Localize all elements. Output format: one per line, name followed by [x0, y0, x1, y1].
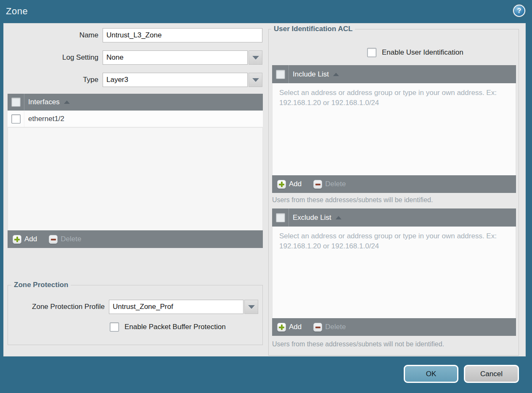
packet-buffer-protection-label: Enable Packet Buffer Protection	[124, 323, 226, 331]
include-select-all-checkbox[interactable]	[276, 70, 285, 79]
interfaces-select-all-checkbox[interactable]	[11, 98, 21, 107]
type-label: Type	[4, 73, 98, 87]
exclude-select-all-cell	[272, 208, 289, 227]
type-value[interactable]: Layer3	[103, 73, 248, 87]
log-setting-dropdown[interactable]: None	[103, 50, 262, 65]
chevron-down-icon	[252, 56, 259, 60]
exclude-list-helper: Users from these addresses/subnets will …	[272, 340, 444, 348]
packet-buffer-protection-checkbox[interactable]	[110, 322, 119, 332]
sort-ascending-icon	[64, 100, 70, 104]
enable-user-identification-label: Enable User Identification	[382, 48, 463, 57]
include-delete-button[interactable]: Delete	[313, 180, 346, 189]
chevron-down-icon	[248, 305, 255, 309]
type-dropdown[interactable]: Layer3	[103, 73, 262, 87]
name-input[interactable]	[103, 28, 262, 42]
cancel-button[interactable]: Cancel	[464, 365, 519, 383]
ethernet-row-checkbox[interactable]	[11, 114, 21, 124]
interfaces-table-header: Interfaces	[8, 94, 263, 111]
interface-name: ethernet1/2	[24, 115, 64, 123]
ok-button[interactable]: OK	[404, 365, 458, 383]
add-icon	[277, 323, 286, 332]
exclude-add-button[interactable]: Add	[277, 323, 302, 332]
include-list-helper: Users from these addresses/subnets will …	[272, 196, 433, 204]
zone-dialog: Name Log Setting None Type Layer3 Interf…	[3, 23, 526, 356]
zone-protection-group: Zone Protection Zone Protection Profile …	[8, 285, 263, 345]
sort-ascending-icon	[333, 73, 339, 76]
include-select-all-cell	[272, 65, 289, 83]
user-identification-acl-legend: User Identification ACL	[271, 25, 355, 33]
exclude-list-placeholder: Select an address or address group or ty…	[273, 227, 500, 251]
exclude-list-column-header[interactable]: Exclude List	[289, 214, 331, 222]
exclude-select-all-checkbox[interactable]	[276, 213, 285, 222]
help-icon[interactable]: ?	[513, 5, 525, 17]
include-list-column-header[interactable]: Include List	[289, 70, 329, 79]
table-row-ethernet[interactable]: ethernet1/2	[8, 111, 263, 127]
interfaces-table-empty-area	[8, 128, 263, 230]
name-label: Name	[4, 28, 98, 42]
exclude-list-table: Exclude List Select an address or addres…	[272, 208, 516, 336]
chevron-down-icon	[252, 78, 259, 82]
include-list-table: Include List Select an address or addres…	[272, 65, 516, 193]
interfaces-delete-button[interactable]: Delete	[49, 235, 81, 244]
zone-protection-legend: Zone Protection	[11, 281, 71, 289]
delete-icon	[313, 323, 322, 332]
dialog-titlebar: Zone ?	[0, 0, 532, 23]
dialog-title: Zone	[6, 6, 28, 17]
sort-ascending-icon	[336, 216, 341, 219]
include-list-body: Select an address or address group or ty…	[272, 83, 516, 175]
exclude-list-footer: Add Delete	[272, 318, 516, 336]
interfaces-table: Interfaces ethernet1/2 Add Delete	[8, 94, 263, 248]
include-list-header: Include List	[272, 65, 516, 83]
exclude-list-body: Select an address or address group or ty…	[272, 227, 516, 318]
enable-user-identification-row: Enable User Identification	[367, 48, 463, 57]
zone-protection-profile-dropdown-button[interactable]	[244, 300, 258, 314]
log-setting-value[interactable]: None	[103, 50, 248, 65]
zone-protection-profile-dropdown[interactable]: Untrust_Zone_Prof	[109, 300, 258, 314]
add-icon	[277, 180, 286, 189]
add-icon	[13, 235, 21, 244]
interfaces-select-all-cell	[8, 94, 24, 111]
interfaces-add-button[interactable]: Add	[13, 235, 37, 244]
type-dropdown-button[interactable]	[249, 73, 262, 87]
row-checkbox-cell	[8, 111, 24, 127]
exclude-delete-button[interactable]: Delete	[313, 323, 346, 332]
interfaces-column-header[interactable]: Interfaces	[24, 98, 60, 106]
enable-user-identification-checkbox[interactable]	[367, 48, 376, 57]
log-setting-label: Log Setting	[4, 50, 98, 65]
include-list-footer: Add Delete	[272, 175, 516, 193]
exclude-list-header: Exclude List	[272, 208, 516, 227]
user-identification-acl-group: User Identification ACL Enable User Iden…	[268, 29, 519, 356]
delete-icon	[49, 235, 58, 244]
delete-icon	[313, 180, 322, 189]
include-add-button[interactable]: Add	[277, 180, 302, 189]
log-setting-dropdown-button[interactable]	[249, 50, 262, 65]
zone-protection-profile-label: Zone Protection Profile	[12, 300, 105, 314]
interfaces-table-footer: Add Delete	[8, 230, 263, 248]
packet-buffer-protection-row: Enable Packet Buffer Protection	[110, 322, 226, 332]
zone-protection-profile-value[interactable]: Untrust_Zone_Prof	[109, 300, 244, 314]
include-list-placeholder: Select an address or address group or ty…	[273, 83, 500, 108]
